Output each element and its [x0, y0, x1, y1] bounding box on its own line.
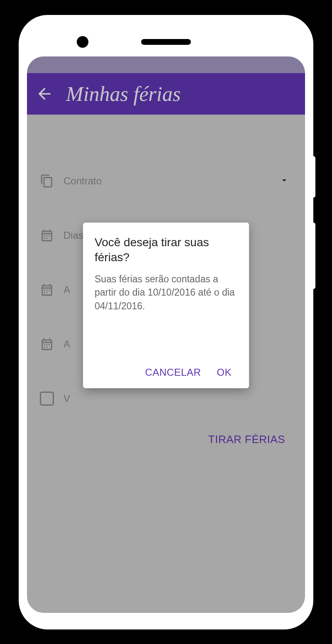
speaker-slot — [141, 39, 191, 45]
confirm-dialog: Você deseja tirar suas férias? Suas féri… — [83, 223, 249, 388]
side-button — [311, 223, 315, 289]
screen: Minhas férias Contrato Dias de férias — [27, 56, 305, 613]
camera-dot — [77, 36, 88, 48]
notch-area — [27, 27, 305, 56]
ok-button[interactable]: OK — [211, 362, 237, 382]
dialog-body: Suas férias serão contadas a partir do d… — [95, 272, 237, 313]
modal-overlay: Você deseja tirar suas férias? Suas féri… — [27, 56, 305, 613]
dialog-title: Você deseja tirar suas férias? — [95, 235, 237, 265]
cancel-button[interactable]: CANCELAR — [139, 362, 207, 382]
side-button — [311, 156, 315, 198]
dialog-actions: CANCELAR OK — [95, 362, 237, 382]
phone-frame: Minhas férias Contrato Dias de férias — [19, 15, 313, 629]
